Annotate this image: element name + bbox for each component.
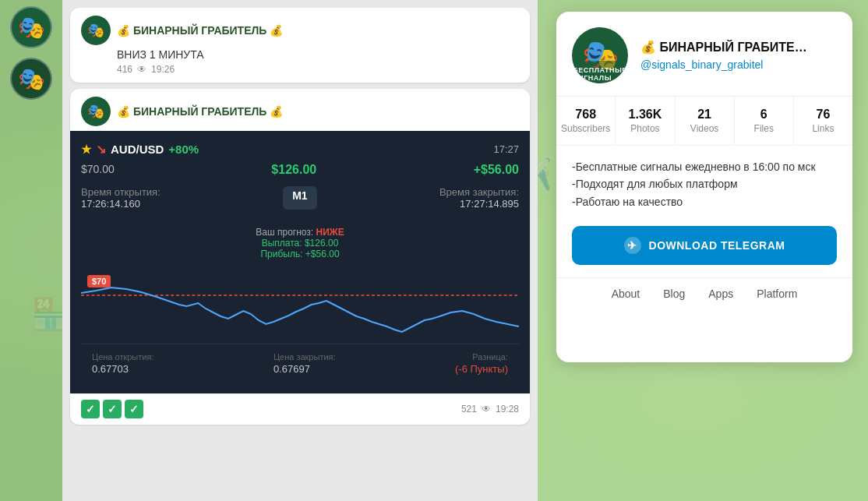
- channel-name: 💰 БИНАРНЫЙ ГРАБИТЕ…: [640, 40, 837, 56]
- message-views-1: 416: [117, 64, 132, 75]
- telegram-icon: ✈: [624, 237, 641, 254]
- download-btn-label: DOWNLOAD TELEGRAM: [649, 239, 785, 252]
- stat-files-value: 6: [739, 108, 789, 122]
- open-price-val: 0.67703: [92, 363, 153, 375]
- diff-label: Разница:: [455, 352, 508, 362]
- trading-card-message: 🎭 💰 БИНАРНЫЙ ГРАБИТЕЛЬ 💰 ★ ↘ AUD/USD +80…: [70, 89, 530, 425]
- nav-link-platform[interactable]: Platform: [757, 288, 797, 300]
- chart-svg: [81, 250, 519, 344]
- nav-link-about[interactable]: About: [612, 288, 640, 300]
- channel-description: -Бесплатные сигналы ежедневно в 16:00 по…: [556, 146, 852, 223]
- diff-val: (-6 Пункты): [455, 363, 508, 375]
- forecast-direction: НИЖЕ: [316, 227, 344, 238]
- channel-info-panel: 🎭 БЕСПЛАТНЫЕСИГНАЛЫ 💰 БИНАРНЫЙ ГРАБИТЕ… …: [556, 12, 852, 362]
- message-sender-2: 💰 БИНАРНЫЙ ГРАБИТЕЛЬ 💰: [117, 105, 283, 118]
- card-views: 521: [461, 404, 477, 415]
- message-meta-1: 416 👁 19:26: [117, 64, 519, 75]
- trade-details: Время открытия: 17:26:14.160 M1 Время за…: [81, 186, 519, 210]
- trading-card-header: 🎭 💰 БИНАРНЫЙ ГРАБИТЕЛЬ 💰: [70, 89, 530, 131]
- stat-links-value: 76: [799, 108, 848, 122]
- message-item-1: 🎭 💰 БИНАРНЫЙ ГРАБИТЕЛЬ 💰 ВНИЗ 1 МИНУТА 4…: [70, 8, 530, 83]
- trade-bottom: Цена открытия: 0.67703 Цена закрытия: 0.…: [81, 344, 519, 383]
- open-price-label: Цена открытия:: [92, 352, 153, 362]
- avatar-badge: БЕСПЛАТНЫЕСИГНАЛЫ: [573, 66, 627, 82]
- close-time-label: Время закрытия:: [439, 186, 519, 198]
- sidebar-channel-avatar-1[interactable]: 🎭: [10, 6, 52, 48]
- forecast-label: Ваш прогноз:: [256, 227, 316, 238]
- message-avatar-2: 🎭: [81, 97, 111, 126]
- channel-info: 💰 БИНАРНЫЙ ГРАБИТЕ… @signals_binary_grab…: [640, 40, 837, 72]
- trade-top-row: ★ ↘ AUD/USD +80% 17:27: [81, 142, 519, 157]
- desc-line-3: -Работаю на качество: [572, 193, 837, 210]
- trade-pair: ★ ↘ AUD/USD +80%: [81, 142, 199, 157]
- desc-line-1: -Бесплатные сигналы ежедневно в 16:00 по…: [572, 158, 837, 175]
- nav-link-apps[interactable]: Apps: [708, 288, 733, 300]
- message-avatar-1: 🎭: [81, 16, 111, 45]
- stat-subscribers-value: 768: [561, 108, 610, 122]
- close-price-val: 0.67697: [273, 363, 336, 375]
- left-sidebar: 🎭 🎭: [0, 0, 62, 501]
- trade-percent: +80%: [168, 143, 199, 156]
- stat-files-label: Files: [739, 123, 789, 134]
- stat-subscribers-label: Subscribers: [561, 123, 610, 134]
- eye-icon-1: 👁: [137, 64, 146, 75]
- check-1: ✓: [81, 400, 100, 418]
- trade-prices: $70.00 $126.00 +$56.00: [81, 163, 519, 177]
- stat-photos-value: 1.36K: [620, 108, 669, 122]
- trade-entry-price: $70.00: [81, 163, 115, 177]
- open-price-col: Цена открытия: 0.67703: [92, 352, 153, 375]
- close-time-val: 17:27:14.895: [460, 198, 519, 210]
- message-text-1: ВНИЗ 1 МИНУТА: [117, 48, 519, 61]
- price-label: $70: [87, 275, 111, 288]
- message-sender-1: 💰 БИНАРНЫЙ ГРАБИТЕЛЬ 💰: [117, 24, 283, 37]
- trade-payout: $126.00: [271, 163, 316, 177]
- check-3: ✓: [125, 400, 143, 418]
- channel-avatar: 🎭 БЕСПЛАТНЫЕСИГНАЛЫ: [572, 27, 628, 83]
- trade-profit-top: +$56.00: [474, 163, 519, 177]
- star-icon: ★: [81, 143, 91, 157]
- trade-pair-label: AUD/USD: [111, 143, 164, 156]
- sidebar-channel-avatar-2[interactable]: 🎭: [10, 58, 52, 100]
- eye-icon-2: 👁: [482, 404, 491, 415]
- stat-links: 76 Links: [794, 97, 852, 145]
- trading-card-body: ★ ↘ AUD/USD +80% 17:27 $70.00 $126.00 +$…: [70, 131, 530, 393]
- avatar-emoji-2: 🎭: [87, 103, 104, 120]
- chart-container: Ваш прогноз: НИЖЕ Выплата: $126.00 Прибы…: [81, 219, 519, 344]
- open-time-col: Время открытия: 17:26:14.160: [81, 186, 161, 210]
- open-time-val: 17:26:14.160: [81, 198, 140, 210]
- close-time-col: Время закрытия: 17:27:14.895: [439, 186, 519, 210]
- stat-photos: 1.36K Photos: [616, 97, 675, 145]
- avatar-emoji-1: 🎭: [87, 22, 104, 39]
- diff-col: Разница: (-6 Пункты): [455, 352, 508, 375]
- stat-files: 6 Files: [735, 97, 794, 145]
- stat-videos-value: 21: [680, 108, 729, 122]
- close-price-label: Цена закрытия:: [273, 352, 336, 362]
- trade-card-footer: ✓ ✓ ✓ 521 👁 19:28: [70, 393, 530, 425]
- download-telegram-button[interactable]: ✈ DOWNLOAD TELEGRAM: [572, 226, 837, 265]
- stat-links-label: Links: [799, 123, 848, 134]
- open-time-label: Время открытия:: [81, 186, 161, 198]
- nav-link-blog[interactable]: Blog: [663, 288, 685, 300]
- message-header-1: 🎭 💰 БИНАРНЫЙ ГРАБИТЕЛЬ 💰: [81, 16, 519, 45]
- channel-handle: @signals_binary_grabitel: [640, 58, 837, 71]
- check-2: ✓: [103, 400, 122, 418]
- message-time-1: 19:26: [151, 64, 175, 75]
- stat-photos-label: Photos: [620, 123, 669, 134]
- checkmarks: ✓ ✓ ✓: [81, 400, 143, 418]
- trade-time: 17:27: [493, 143, 519, 155]
- card-time: 19:28: [496, 404, 519, 415]
- close-price-col: Цена закрытия: 0.67697: [273, 352, 336, 375]
- card-meta: 521 👁 19:28: [461, 404, 519, 415]
- channel-header: 🎭 БЕСПЛАТНЫЕСИГНАЛЫ 💰 БИНАРНЫЙ ГРАБИТЕ… …: [556, 12, 852, 96]
- desc-line-2: -Подходят для любых платформ: [572, 175, 837, 192]
- chat-area: 🎭 💰 БИНАРНЫЙ ГРАБИТЕЛЬ 💰 ВНИЗ 1 МИНУТА 4…: [62, 0, 538, 501]
- mask-icon-1: 🎭: [18, 15, 45, 41]
- stat-videos-label: Videos: [680, 123, 729, 134]
- stat-videos: 21 Videos: [676, 97, 735, 145]
- channel-nav: About Blog Apps Platform: [556, 277, 852, 312]
- trade-timeframe: M1: [283, 186, 316, 210]
- forecast-payout: Выплата: $126.00: [256, 238, 344, 249]
- stat-subscribers: 768 Subscribers: [556, 97, 616, 145]
- stats-row: 768 Subscribers 1.36K Photos 21 Videos 6…: [556, 96, 852, 146]
- mask-icon-2: 🎭: [18, 66, 45, 92]
